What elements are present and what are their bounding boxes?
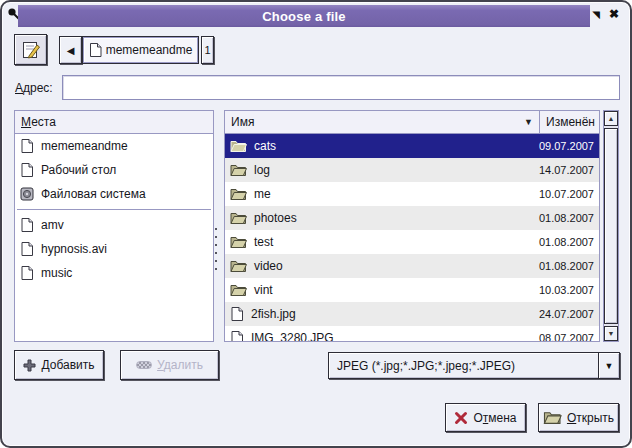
path-extra-button[interactable]: 1	[201, 36, 214, 64]
table-row[interactable]: photoes 01.08.2007	[225, 206, 599, 230]
file-icon	[20, 217, 34, 233]
file-icon	[230, 330, 244, 342]
path-bar: ◀ mememeandme 1	[59, 36, 214, 64]
folder-icon	[230, 163, 247, 177]
address-input[interactable]	[62, 75, 620, 100]
folder-icon	[230, 235, 247, 249]
folder-icon	[230, 259, 247, 273]
window-title: Choose a file	[262, 9, 346, 24]
path-current-label: mememeandme	[106, 43, 193, 57]
minus-icon	[136, 361, 152, 369]
titlebar[interactable]: Choose a file	[18, 5, 590, 27]
scroll-down-icon[interactable]: ▼	[604, 326, 618, 341]
file-chooser-dialog: Choose a file ◥ ✖ ◀ mememeandme 1 Адрес:…	[0, 0, 632, 448]
filter-selected-value: JPEG (*.jpg;*.JPG;*.jpeg;*.JPEG)	[329, 359, 598, 373]
place-label: mememeandme	[41, 139, 128, 153]
path-back-button[interactable]: ◀	[59, 36, 82, 64]
table-row[interactable]: video 01.08.2007	[225, 254, 599, 278]
table-row[interactable]: test 01.08.2007	[225, 230, 599, 254]
column-header-name[interactable]: Имя ▼	[225, 111, 540, 133]
table-row[interactable]: 2fish.jpg 24.07.2007	[225, 302, 599, 326]
file-list-panel: Имя ▼ Изменён cats 09.07.2007 log 14.07.…	[224, 110, 600, 342]
pane-resize-grip[interactable]	[214, 224, 218, 272]
table-row[interactable]: log 14.07.2007	[225, 158, 599, 182]
close-window-icon[interactable]: ✖	[606, 6, 622, 22]
table-row[interactable]: vint 10.03.2007	[225, 278, 599, 302]
list-header: Имя ▼ Изменён	[225, 111, 599, 134]
cancel-button[interactable]: Отмена	[445, 403, 526, 432]
file-list-scrollbar[interactable]: ▲ ▼	[603, 110, 619, 342]
edit-location-icon	[21, 40, 41, 60]
add-place-button[interactable]: Добавить	[14, 350, 104, 380]
place-label: amv	[41, 218, 64, 232]
file-type-filter-dropdown[interactable]: JPEG (*.jpg;*.JPG;*.jpeg;*.JPEG) ▼	[328, 352, 620, 379]
address-label: Адрес:	[15, 81, 53, 95]
cancel-x-icon	[454, 411, 468, 425]
file-icon	[230, 306, 244, 322]
drive-icon	[20, 187, 34, 201]
plus-icon	[23, 359, 36, 372]
place-label: hypnosis.avi	[41, 242, 107, 256]
path-current-folder-button[interactable]: mememeandme	[82, 36, 199, 64]
place-item-desktop[interactable]: Рабочий стол	[15, 158, 213, 182]
table-row[interactable]: IMG_3280.JPG 08.07.2007	[225, 326, 599, 342]
file-icon	[20, 265, 34, 281]
place-item-amv[interactable]: amv	[15, 213, 213, 237]
folder-icon	[230, 283, 247, 297]
sort-descending-icon: ▼	[524, 117, 533, 127]
folder-icon	[230, 211, 247, 225]
shade-window-icon[interactable]: ◥	[588, 6, 604, 22]
scrollbar-thumb[interactable]	[604, 128, 618, 324]
file-icon	[20, 138, 34, 154]
folder-icon	[230, 187, 247, 201]
type-location-button[interactable]	[14, 34, 47, 65]
column-header-modified[interactable]: Изменён	[540, 111, 599, 133]
file-rows: cats 09.07.2007 log 14.07.2007 me 10.07.…	[225, 134, 599, 342]
places-separator	[17, 209, 211, 210]
file-icon	[89, 42, 102, 58]
remove-place-button[interactable]: Удалить	[120, 350, 219, 380]
chevron-down-icon: ▼	[598, 353, 619, 378]
open-folder-icon	[543, 410, 562, 425]
scroll-up-icon[interactable]: ▲	[604, 111, 618, 126]
place-label: Файловая система	[41, 187, 146, 201]
table-row[interactable]: cats 09.07.2007	[225, 134, 599, 158]
file-icon	[20, 162, 34, 178]
place-item-music[interactable]: music	[15, 261, 213, 285]
place-label: Рабочий стол	[41, 163, 116, 177]
place-label: music	[41, 266, 72, 280]
table-row[interactable]: me 10.07.2007	[225, 182, 599, 206]
places-panel: Места mememeandme Рабочий стол Файловая …	[14, 110, 214, 342]
place-item-hypnosis[interactable]: hypnosis.avi	[15, 237, 213, 261]
open-button[interactable]: Открыть	[538, 403, 619, 432]
file-icon	[20, 241, 34, 257]
place-item-home[interactable]: mememeandme	[15, 134, 213, 158]
places-header: Места	[15, 111, 213, 134]
place-item-filesystem[interactable]: Файловая система	[15, 182, 213, 206]
folder-icon	[230, 139, 247, 153]
